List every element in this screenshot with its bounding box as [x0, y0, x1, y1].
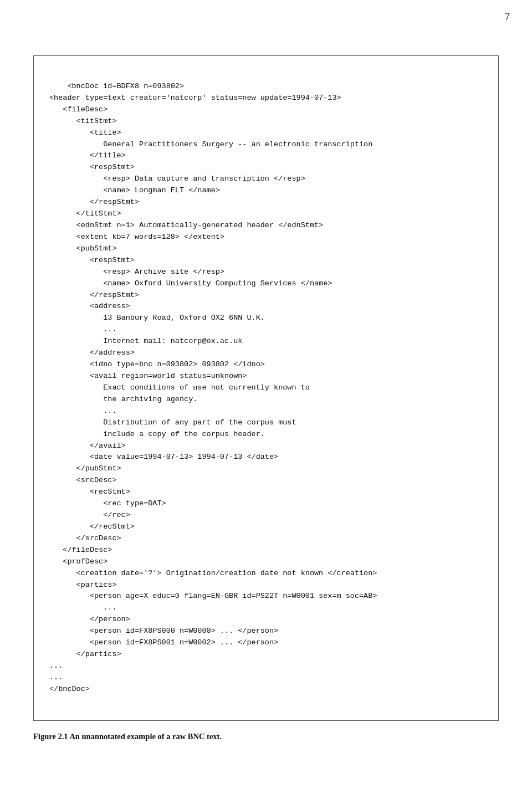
page-number: 7	[505, 11, 510, 23]
code-box: <bncDoc id=BDFX8 n=093802> <header type=…	[33, 55, 499, 721]
page-content: 7 <bncDoc id=BDFX8 n=093802> <header typ…	[0, 0, 532, 764]
figure-caption-text: An unannotated example of a raw BNC text…	[68, 732, 222, 741]
figure-caption-label: Figure 2.1	[33, 732, 68, 741]
figure-caption: Figure 2.1 An unannotated example of a r…	[33, 732, 499, 741]
code-content: <bncDoc id=BDFX8 n=093802> <header type=…	[49, 82, 377, 693]
